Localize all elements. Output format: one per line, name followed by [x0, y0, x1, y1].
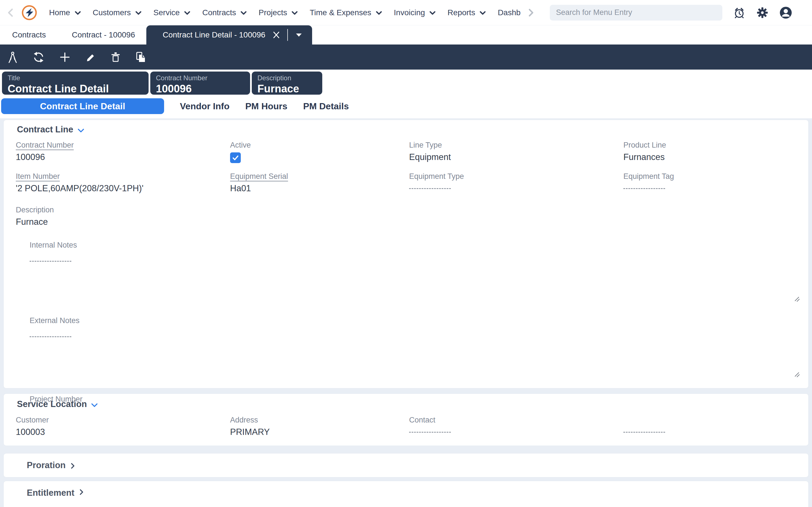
trash-icon: [110, 52, 121, 63]
nav-item-time-expenses[interactable]: Time & Expenses: [310, 8, 382, 17]
chevron-right-icon: [528, 8, 534, 17]
contract-line-section-header[interactable]: Contract Line: [4, 124, 808, 135]
design-tools-button[interactable]: [7, 51, 18, 63]
entitlement-section[interactable]: Entitlement: [3, 481, 809, 507]
product-line-value: Furnances: [623, 152, 808, 163]
customer-value: 100003: [16, 427, 230, 438]
line-type-label: Line Type: [409, 141, 442, 150]
field-equipment-type: Equipment Type: [409, 172, 623, 200]
search-input[interactable]: [550, 5, 722, 20]
item-number-value: '2 POLE,60AMP(208/230V-1PH)': [16, 183, 230, 194]
chevron-down-icon: [75, 11, 81, 15]
chevron-down-icon: [429, 11, 436, 15]
nav-item-projects[interactable]: Projects: [259, 8, 298, 17]
section-title: Contract Line: [17, 124, 73, 135]
summary-card-title: Title Contract Line Detail: [2, 71, 149, 95]
empty-value: [30, 336, 71, 337]
active-checkbox[interactable]: [230, 152, 241, 163]
section-chevron-right-icon: [80, 489, 84, 495]
field-address: Address PRIMARY: [230, 416, 409, 443]
equipment-type-label: Equipment Type: [409, 172, 464, 181]
nav-item-customers[interactable]: Customers: [93, 8, 142, 17]
delete-button[interactable]: [110, 52, 121, 63]
contract-number-value: 100096: [16, 152, 230, 163]
field-unlabeled: [623, 416, 808, 443]
close-icon: [273, 31, 280, 39]
chevron-down-icon: [479, 11, 486, 15]
contact-label: Contact: [409, 416, 435, 425]
nav-item-invoicing[interactable]: Invoicing: [394, 8, 436, 17]
textarea-resize-grip-icon: [794, 296, 800, 302]
section-chevron-down-icon: [91, 403, 98, 407]
tab-contracts[interactable]: Contracts: [12, 25, 46, 45]
nav-item-home[interactable]: Home: [49, 8, 81, 17]
field-product-line: Product Line Furnances: [623, 141, 808, 163]
copy-button[interactable]: [135, 51, 147, 63]
item-number-link[interactable]: Item Number: [16, 172, 60, 181]
internal-notes-label: Internal Notes: [30, 241, 77, 249]
textarea-resize-grip-icon: [794, 372, 800, 378]
summary-label: Contract Number: [156, 74, 244, 82]
field-equipment-serial: Equipment Serial Ha01: [230, 172, 409, 200]
resize-handle[interactable]: [794, 372, 800, 378]
internal-notes-input[interactable]: [30, 261, 797, 304]
refresh-button[interactable]: [33, 51, 45, 63]
tab-contract-line-detail[interactable]: Contract Line Detail: [1, 98, 164, 114]
summary-label: Title: [8, 74, 142, 82]
pencil-icon: [85, 52, 96, 62]
address-value: PRIMARY: [230, 427, 409, 438]
field-description: Description Furnace: [16, 206, 230, 228]
record-toolbar: [0, 45, 812, 69]
main-nav: Home Customers Service Contracts Project…: [49, 8, 534, 17]
compass-icon: [7, 51, 18, 63]
nav-item-contracts[interactable]: Contracts: [202, 8, 247, 17]
equipment-tag-label: Equipment Tag: [623, 172, 674, 181]
settings-button[interactable]: [756, 6, 769, 19]
tab-menu-button[interactable]: [295, 33, 303, 38]
service-location-section-header[interactable]: Service Location: [4, 398, 808, 410]
nav-item-reports[interactable]: Reports: [448, 8, 486, 17]
nav-item-dashboards[interactable]: Dashb: [498, 8, 520, 17]
chevron-down-icon: [292, 11, 298, 15]
checkbox-check-icon: [231, 153, 240, 163]
user-avatar-icon: [779, 6, 792, 19]
back-button[interactable]: [7, 8, 13, 17]
contract-number-link[interactable]: Contract Number: [16, 141, 74, 150]
tab-pm-hours[interactable]: PM Hours: [245, 98, 287, 114]
tab-divider: [287, 29, 288, 41]
proration-section[interactable]: Proration: [3, 453, 809, 477]
tab-contract-line-detail-active[interactable]: Contract Line Detail - 100096: [146, 25, 312, 45]
active-tab-label: Contract Line Detail - 100096: [163, 31, 265, 40]
alarm-clock-button[interactable]: [733, 6, 746, 19]
section-chevron-down-icon: [78, 129, 84, 133]
empty-value: [623, 432, 665, 433]
resize-handle[interactable]: [794, 296, 800, 302]
account-button[interactable]: [779, 6, 792, 19]
section-title: Entitlement: [27, 488, 74, 498]
record-summary-strip: Title Contract Line Detail Contract Numb…: [0, 69, 812, 97]
field-line-type: Line Type Equipment: [409, 141, 623, 163]
product-line-label: Product Line: [623, 141, 666, 150]
add-button[interactable]: [59, 52, 70, 63]
top-header: Home Customers Service Contracts Project…: [0, 0, 812, 25]
tab-pm-details[interactable]: PM Details: [303, 98, 349, 114]
address-label: Address: [230, 416, 258, 425]
close-tab-button[interactable]: [273, 31, 280, 39]
edit-button[interactable]: [85, 52, 96, 62]
section-chevron-right-icon: [71, 463, 75, 469]
tab-contract-100096[interactable]: Contract - 100096: [72, 25, 135, 45]
nav-overflow-button[interactable]: [528, 8, 534, 17]
equipment-serial-link[interactable]: Equipment Serial: [230, 172, 288, 181]
nav-item-service[interactable]: Service: [153, 8, 190, 17]
empty-value: [623, 188, 665, 189]
unlabeled-field-label: [623, 416, 626, 425]
app-logo[interactable]: [21, 4, 38, 21]
empty-value: [409, 188, 451, 189]
field-contract-number: Contract Number 100096: [16, 141, 230, 163]
service-location-section: Service Location Customer 100003 Address…: [3, 393, 809, 446]
app-logo-icon: [21, 4, 38, 21]
tab-vendor-info[interactable]: Vendor Info: [180, 98, 230, 114]
active-label: Active: [230, 141, 251, 150]
external-notes-input[interactable]: [30, 336, 797, 379]
field-customer: Customer 100003: [16, 416, 230, 443]
